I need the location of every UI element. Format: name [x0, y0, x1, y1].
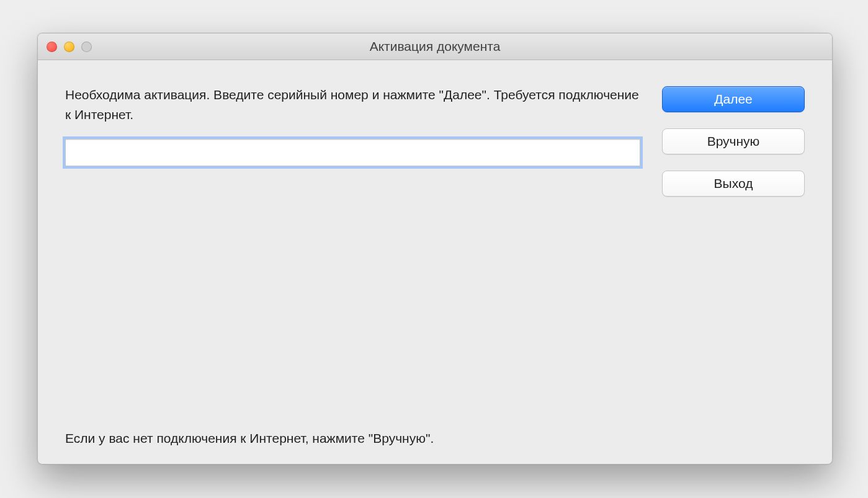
content-area: Необходима активация. Введите серийный н…: [38, 60, 832, 465]
spacer: [65, 166, 640, 419]
serial-input[interactable]: [65, 139, 640, 166]
hint-text: Если у вас нет подключения к Интернет, н…: [65, 431, 640, 446]
zoom-icon: [81, 42, 92, 52]
titlebar: Активация документа: [38, 33, 832, 60]
close-icon[interactable]: [47, 42, 57, 52]
next-button[interactable]: Далее: [662, 86, 805, 112]
left-column: Необходима активация. Введите серийный н…: [65, 85, 640, 446]
minimize-icon[interactable]: [64, 42, 74, 52]
manual-button[interactable]: Вручную: [662, 128, 805, 154]
traffic-lights: [47, 42, 92, 52]
exit-button[interactable]: Выход: [662, 171, 805, 197]
button-column: Далее Вручную Выход: [662, 85, 805, 446]
desktop-backdrop: Активация документа Необходима активация…: [0, 0, 868, 498]
window-title: Активация документа: [38, 39, 832, 54]
activation-window: Активация документа Необходима активация…: [37, 33, 833, 465]
instructions-text: Необходима активация. Введите серийный н…: [65, 85, 640, 124]
serial-field-wrap: [65, 139, 640, 166]
